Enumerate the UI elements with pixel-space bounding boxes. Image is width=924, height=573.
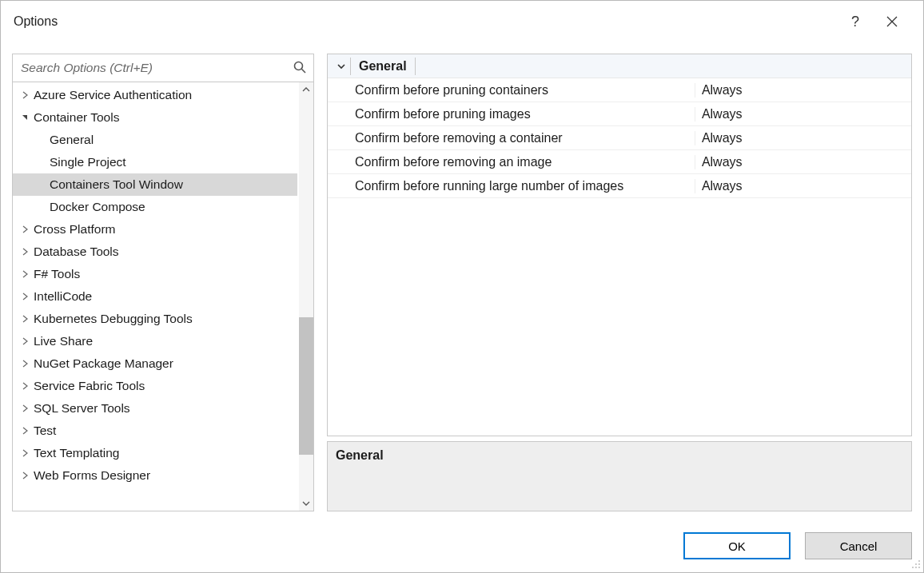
tree-item-label: Live Share: [34, 334, 93, 348]
property-value[interactable]: Always: [695, 179, 911, 193]
scroll-down-icon[interactable]: [299, 496, 313, 511]
search-icon[interactable]: [293, 60, 307, 77]
chevron-right-icon[interactable]: [19, 292, 30, 300]
dialog-footer: OK Cancel: [1, 511, 923, 572]
chevron-right-icon[interactable]: [19, 270, 30, 278]
tree-item-label: Kubernetes Debugging Tools: [34, 312, 193, 326]
tree-item-label: Single Project: [50, 155, 126, 169]
tree-item-intellicode[interactable]: IntelliCode: [13, 285, 297, 308]
tree-item-containers-tool-window[interactable]: Containers Tool Window: [13, 173, 297, 196]
options-dialog: Options ? Azure Service AuthenticationCo…: [0, 0, 924, 573]
property-name: Confirm before running large number of i…: [328, 179, 695, 193]
tree-item-kubernetes-debugging-tools[interactable]: Kubernetes Debugging Tools: [13, 308, 297, 330]
svg-line-1: [301, 69, 305, 73]
help-icon[interactable]: ?: [837, 1, 874, 42]
vertical-scrollbar[interactable]: [299, 82, 313, 511]
chevron-right-icon[interactable]: [19, 360, 30, 368]
chevron-right-icon[interactable]: [19, 91, 30, 99]
tree-item-label: F# Tools: [34, 267, 80, 281]
property-value[interactable]: Always: [695, 155, 911, 169]
tree-scroll: Azure Service AuthenticationContainer To…: [13, 82, 313, 511]
tree-item-service-fabric-tools[interactable]: Service Fabric Tools: [13, 375, 297, 397]
svg-point-0: [295, 62, 303, 70]
tree-item-label: Docker Compose: [50, 200, 145, 214]
resize-grip-icon[interactable]: [910, 558, 921, 571]
svg-point-7: [918, 567, 920, 568]
tree-item-live-share[interactable]: Live Share: [13, 330, 297, 352]
chevron-right-icon[interactable]: [19, 472, 30, 479]
tree-item-label: Test: [34, 424, 56, 438]
property-value[interactable]: Always: [695, 107, 911, 121]
tree-item-label: Web Forms Designer: [34, 468, 150, 483]
chevron-right-icon[interactable]: [19, 337, 30, 345]
cancel-button[interactable]: Cancel: [805, 532, 912, 559]
chevron-right-icon[interactable]: [19, 225, 30, 233]
description-title: General: [336, 448, 903, 463]
ok-button[interactable]: OK: [683, 532, 791, 559]
tree-item-database-tools[interactable]: Database Tools: [13, 241, 297, 263]
tree-item-single-project[interactable]: Single Project: [13, 151, 297, 173]
property-value[interactable]: Always: [695, 131, 911, 145]
property-name: Confirm before pruning containers: [328, 83, 695, 97]
chevron-down-icon[interactable]: [19, 113, 30, 121]
tree-item-label: Service Fabric Tools: [34, 379, 145, 393]
svg-point-6: [915, 567, 917, 568]
property-row[interactable]: Confirm before removing a containerAlway…: [328, 126, 911, 150]
tree-item-test[interactable]: Test: [13, 420, 297, 442]
tree-item-label: NuGet Package Manager: [34, 356, 173, 371]
tree-item-label: Azure Service Authentication: [34, 88, 192, 102]
chevron-right-icon[interactable]: [19, 382, 30, 390]
property-grid-rows: General Confirm before pruning container…: [328, 54, 911, 436]
description-panel: General: [327, 441, 912, 511]
tree-item-text-templating[interactable]: Text Templating: [13, 442, 297, 464]
tree-item-label: Cross Platform: [34, 222, 116, 237]
tree-item-label: Containers Tool Window: [50, 177, 183, 192]
chevron-down-icon[interactable]: [333, 61, 350, 72]
tree-item-label: General: [50, 133, 94, 147]
scroll-thumb[interactable]: [299, 317, 313, 455]
tree-item-label: IntelliCode: [34, 289, 92, 304]
tree-item-cross-platform[interactable]: Cross Platform: [13, 218, 297, 241]
close-icon[interactable]: [874, 1, 910, 42]
chevron-right-icon[interactable]: [19, 315, 30, 323]
window-title: Options: [14, 14, 58, 29]
tree-item-label: Container Tools: [34, 110, 119, 125]
property-row[interactable]: Confirm before removing an imageAlways: [328, 150, 911, 174]
tree-item-sql-server-tools[interactable]: SQL Server Tools: [13, 397, 297, 420]
search-input[interactable]: [13, 54, 313, 82]
tree-item-general[interactable]: General: [13, 129, 297, 151]
tree-item-f-tools[interactable]: F# Tools: [13, 263, 297, 285]
svg-point-4: [918, 563, 920, 565]
nav-tree: Azure Service AuthenticationContainer To…: [13, 84, 297, 487]
nav-panel: Azure Service AuthenticationContainer To…: [12, 54, 314, 511]
search-wrap: [13, 54, 313, 82]
titlebar: Options ?: [1, 1, 923, 42]
chevron-right-icon[interactable]: [19, 427, 30, 435]
svg-point-2: [918, 560, 920, 562]
property-row[interactable]: Confirm before pruning containersAlways: [328, 78, 911, 102]
chevron-right-icon[interactable]: [19, 404, 30, 412]
svg-point-3: [915, 563, 917, 565]
tree-item-nuget-package-manager[interactable]: NuGet Package Manager: [13, 352, 297, 375]
tree-item-azure-service-authentication[interactable]: Azure Service Authentication: [13, 84, 297, 106]
svg-point-5: [912, 567, 914, 568]
scroll-track[interactable]: [299, 97, 313, 496]
tree-item-web-forms-designer[interactable]: Web Forms Designer: [13, 464, 297, 487]
chevron-right-icon[interactable]: [19, 248, 30, 256]
tree-item-label: Database Tools: [34, 245, 119, 259]
tree-item-container-tools[interactable]: Container Tools: [13, 106, 297, 129]
property-row[interactable]: Confirm before running large number of i…: [328, 174, 911, 198]
tree-item-label: Text Templating: [34, 446, 119, 460]
category-row-general[interactable]: General: [328, 54, 911, 78]
chevron-right-icon[interactable]: [19, 449, 30, 457]
scroll-up-icon[interactable]: [299, 82, 313, 97]
property-value[interactable]: Always: [695, 83, 911, 97]
tree-item-docker-compose[interactable]: Docker Compose: [13, 196, 297, 218]
property-row[interactable]: Confirm before pruning imagesAlways: [328, 102, 911, 126]
property-name: Confirm before removing a container: [328, 131, 695, 145]
property-grid: General Confirm before pruning container…: [327, 54, 912, 436]
dialog-body: Azure Service AuthenticationContainer To…: [1, 42, 923, 511]
settings-panel: General Confirm before pruning container…: [327, 54, 912, 511]
tree-item-label: SQL Server Tools: [34, 401, 130, 416]
property-name: Confirm before removing an image: [328, 155, 695, 169]
